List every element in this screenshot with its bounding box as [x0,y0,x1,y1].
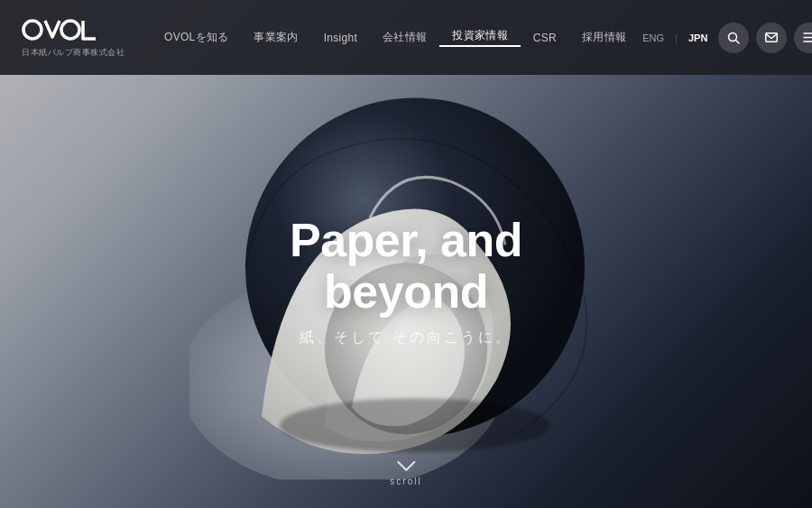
nav-link-investor[interactable]: 投資家情報 [439,28,521,47]
search-icon [727,32,740,44]
chevron-down-icon [396,460,416,473]
nav-right: ENG | JPN [639,23,812,53]
hero-subtitle: 紙、そして その向こうに。 [203,328,609,347]
navbar: 日本紙パルプ商事株式会社 OVOLを知る 事業案内 Insight 会社情報 投… [0,0,812,75]
nav-link-business[interactable]: 事業案内 [241,30,310,45]
nav-link-ovol[interactable]: OVOLを知る [152,30,241,45]
logo-svg [22,16,103,43]
svg-line-8 [736,40,740,43]
svg-point-6 [61,21,79,39]
scroll-label: scroll [390,476,421,486]
nav-link-insight[interactable]: Insight [311,32,370,44]
mail-button[interactable] [756,23,787,53]
nav-link-csr[interactable]: CSR [521,32,569,44]
hero-content: Paper, and beyond 紙、そして その向こうに。 [203,214,609,346]
nav-link-recruit[interactable]: 採用情報 [569,30,639,45]
lang-eng[interactable]: ENG [639,31,668,45]
mail-icon [765,32,778,42]
svg-point-4 [280,398,550,452]
logo-subtitle: 日本紙パルプ商事株式会社 [22,47,125,59]
lang-jpn[interactable]: JPN [685,31,711,45]
hamburger-icon [803,32,812,42]
nav-link-company[interactable]: 会社情報 [370,30,439,45]
ovol-logo[interactable] [22,16,125,43]
nav-links: OVOLを知る 事業案内 Insight 会社情報 投資家情報 CSR 採用情報 [152,28,639,47]
logo-area: 日本紙パルプ商事株式会社 [22,16,125,59]
scroll-indicator[interactable]: scroll [390,460,421,486]
menu-button[interactable] [794,23,812,53]
search-button[interactable] [718,23,749,53]
lang-divider: | [675,32,678,43]
hero-title: Paper, and beyond [203,214,609,317]
svg-point-5 [23,21,42,39]
